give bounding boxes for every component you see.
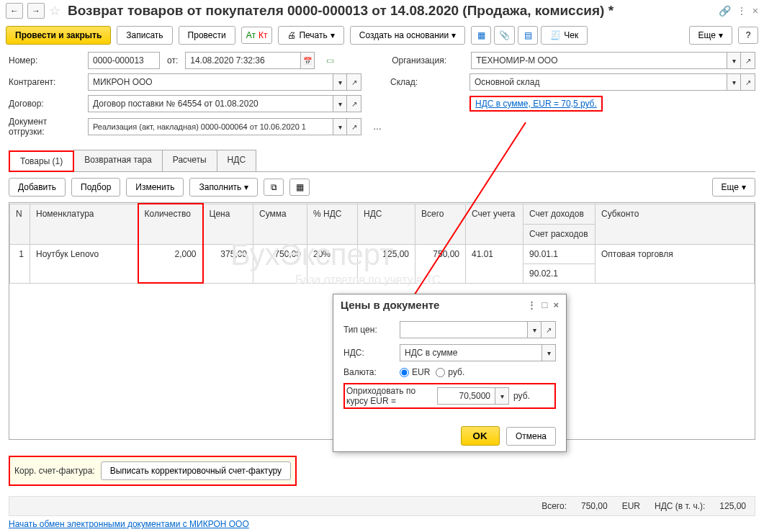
total-cur: EUR [622,501,640,511]
write-invoice-button[interactable]: Выписать корректировочный счет-фактуру [101,461,291,480]
table-row[interactable]: 1 Ноутбук Lenovo 2,000 375,00 750,00 20%… [10,244,755,263]
register-button[interactable]: ▦ [471,26,491,45]
fill-button[interactable]: Заполнить ▾ [189,178,258,197]
shipdoc-input[interactable]: Реализация (акт, накладная) 0000-000064 … [88,118,333,135]
rate-label: Оприходовать по курсу EUR = [346,386,433,406]
menu-icon[interactable]: ⋮ [737,5,747,17]
dialog-menu-icon[interactable]: ⋮ [527,299,536,310]
tab-tare[interactable]: Возвратная тара [73,150,163,171]
org-label: Организация: [392,55,464,66]
col-total: Всего [415,204,466,244]
org-open[interactable]: ↗ [741,52,755,69]
prices-dialog: Цены в документе ⋮ □ × Тип цен: ▾ ↗ НДС:… [333,294,567,452]
favorite-star-icon[interactable]: ☆ [49,3,60,19]
contract-dropdown[interactable]: ▾ [333,95,347,112]
cur-rub-radio[interactable]: руб. [436,367,464,377]
col-item: Номенклатура [30,204,138,244]
col-qty: Количество [138,204,203,244]
dvat-dropdown[interactable]: ▾ [541,344,556,361]
shipdoc-label: Документ отгрузки: [9,117,81,137]
link-icon[interactable]: 🔗 [719,5,731,17]
add-button[interactable]: Добавить [9,178,66,197]
number-input[interactable]: 0000-000013 [88,52,160,69]
tbl-more-button[interactable]: Еще ▾ [712,178,755,197]
printer-icon: 🖨 [287,30,296,40]
vat-value: 125,00 [719,501,746,511]
inv-label: Корр. счет-фактура: [14,466,95,476]
pricetype-label: Тип цен: [343,325,394,335]
receipt-icon: 🧾 [550,30,561,40]
dialog-close-icon[interactable]: × [553,299,559,310]
total-label: Всего: [541,501,567,511]
paste-button[interactable]: ▦ [289,179,310,196]
dvat-label: НДС: [343,348,394,358]
shipdoc-dropdown[interactable]: ▾ [333,118,347,135]
pricetype-input[interactable] [400,321,527,338]
dvat-input[interactable]: НДС в сумме [400,344,541,361]
col-price: Цена [203,204,253,244]
col-inc: Счет доходов [523,204,596,224]
nav-back[interactable]: ← [6,3,23,19]
dtk-button[interactable]: АтКт [241,27,273,44]
total-value: 750,00 [581,501,608,511]
col-vat: НДС [358,204,415,244]
check-button[interactable]: 🧾 Чек [541,26,588,45]
number-label: Номер: [9,55,81,66]
save-button[interactable]: Записать [117,26,172,45]
contr-open[interactable]: ↗ [347,73,361,91]
warehouse-label: Склад: [390,77,462,87]
tab-calc[interactable]: Расчеты [162,150,217,171]
more-button[interactable]: Еще ▾ [689,26,732,45]
warehouse-open[interactable]: ↗ [741,73,755,91]
col-acc: Счет учета [466,204,523,244]
warehouse-input[interactable]: Основной склад [469,73,727,91]
edo-link[interactable]: Начать обмен электронными документами с … [9,519,249,529]
close-icon[interactable]: × [752,5,758,17]
dialog-title: Цены в документе [341,299,439,311]
nav-forward[interactable]: → [27,3,45,19]
rate-unit: руб. [513,391,530,401]
vat-link[interactable]: НДС в сумме, EUR = 70,5 руб. [469,96,603,112]
warehouse-dropdown[interactable]: ▾ [727,73,741,91]
rate-dropdown[interactable]: ▾ [495,387,509,405]
contr-dropdown[interactable]: ▾ [333,73,347,91]
post-close-button[interactable]: Провести и закрыть [6,26,111,45]
tab-goods[interactable]: Товары (1) [9,150,74,172]
tabs: Товары (1) Возвратная тара Расчеты НДС [9,150,755,172]
contract-label: Договор: [9,99,81,109]
list-button[interactable]: ▤ [518,26,538,45]
cancel-button[interactable]: Отмена [506,427,556,446]
rate-input[interactable]: 70,5000 [437,387,495,405]
org-input[interactable]: ТЕХНОМИР-М ООО [471,52,727,69]
pricetype-dropdown[interactable]: ▾ [527,321,541,338]
col-exp: Счет расходов [523,224,596,244]
tab-vat[interactable]: НДС [217,150,256,171]
date-input[interactable]: 14.08.2020 7:32:36 [185,52,300,69]
calendar-icon[interactable]: 📅 [300,52,315,69]
shipdoc-open[interactable]: ↗ [347,118,361,135]
totals-bar: Всего: 750,00 EUR НДС (в т. ч.): 125,00 [9,496,755,516]
create-based-button[interactable]: Создать на основании ▾ [350,26,466,45]
cur-label: Валюта: [343,367,394,377]
print-button[interactable]: 🖨 Печать ▾ [278,26,343,45]
edit-button[interactable]: Изменить [126,178,184,197]
pricetype-open[interactable]: ↗ [541,321,556,338]
dialog-max-icon[interactable]: □ [542,299,548,310]
col-sum: Сумма [253,204,307,244]
copy-button[interactable]: ⧉ [264,179,284,196]
cur-eur-radio[interactable]: EUR [400,367,430,377]
help-button[interactable]: ? [738,27,758,44]
contract-open[interactable]: ↗ [347,95,361,112]
col-n: N [10,204,30,244]
contr-input[interactable]: МИКРОН ООО [88,73,333,91]
vat-label: НДС (в т. ч.): [655,501,705,511]
contract-input[interactable]: Договор поставки № 64554 от 01.08.2020 [88,95,333,112]
window-title: Возврат товаров от покупателя 0000-00001… [68,3,714,19]
pick-button[interactable]: Подбор [71,178,120,197]
shipdoc-more[interactable]: … [373,122,382,132]
attach-button[interactable]: 📎 [494,26,515,45]
status-icon[interactable]: ▭ [326,55,334,66]
ok-button[interactable]: OK [461,426,500,446]
org-dropdown[interactable]: ▾ [727,52,741,69]
post-button[interactable]: Провести [179,26,235,45]
